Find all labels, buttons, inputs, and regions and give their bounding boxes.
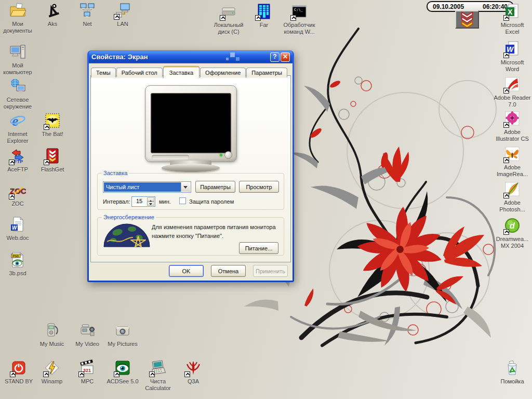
icon-label: Microsoft Word <box>494 59 531 73</box>
desktop-icon-q3a[interactable]: Q3A <box>175 360 212 385</box>
shortcut-arrow-icon <box>503 229 509 235</box>
desktop-icon-my-computer[interactable]: Мой компьютер <box>0 44 36 76</box>
tab-desktop[interactable]: Рабочий стол <box>116 68 163 77</box>
desktop-icon-far[interactable]: Far <box>245 3 283 29</box>
flashget-drop-zone[interactable] <box>455 10 479 29</box>
shortcut-arrow-icon <box>184 371 190 377</box>
desktop-icon-command-processor[interactable]: C:\_ Обработчик команд W... <box>278 3 320 35</box>
desktop-icon-flashget[interactable]: FlashGet <box>34 148 71 173</box>
desktop-icon-my-documents[interactable]: Мои документы <box>0 2 36 34</box>
shortcut-arrow-icon <box>44 159 49 165</box>
apply-button[interactable]: Применить <box>253 265 288 277</box>
monitor-preview <box>145 85 237 162</box>
desktop-icon-aks[interactable]: Aks <box>34 2 71 28</box>
desktop-icon-mpc[interactable]: 321 MPC <box>69 360 106 385</box>
spinner-up-icon[interactable] <box>147 197 154 202</box>
icon-label: My Music <box>33 341 71 348</box>
icon-label: Winamp <box>33 378 71 385</box>
screensaver-combobox[interactable]: Чистый лист <box>103 181 191 193</box>
desktop-icon-web-doc[interactable]: W Web.doc <box>0 216 36 242</box>
icon-label: Web.doc <box>0 235 36 242</box>
tab-strip: Темы Рабочий стол Заставка Оформление Па… <box>91 66 288 77</box>
shortcut-arrow-icon <box>220 15 225 21</box>
command-prompt-icon: C:\_ <box>290 3 308 21</box>
combobox-dropdown-icon[interactable] <box>181 182 190 192</box>
dialog-titlebar[interactable]: Свойства: Экран ? ✕ <box>89 50 292 63</box>
desktop-icon-zoc[interactable]: ZOC ZOC <box>0 182 36 207</box>
tab-themes[interactable]: Темы <box>91 68 116 77</box>
internet-explorer-icon: e <box>9 112 26 130</box>
desktop-icon-calculator[interactable]: Чиста Calculator <box>139 360 177 392</box>
spinner-down-icon[interactable] <box>147 202 154 206</box>
svg-text:FTP: FTP <box>14 159 23 164</box>
shortcut-arrow-icon <box>503 52 509 58</box>
quake3-icon <box>184 360 202 377</box>
desktop-icon-microsoft-word[interactable]: W Microsoft Word <box>494 41 531 73</box>
icon-label: Сетевое окружение <box>0 97 36 110</box>
screensaver-settings-button[interactable]: Параметры <box>195 181 235 193</box>
desktop-icon-winamp[interactable]: Winamp <box>33 360 71 385</box>
desktop-icon-aceftp[interactable]: FTP AceFTP <box>0 148 36 173</box>
desktop-icon-dreamweaver[interactable]: d Dreamwea... MX 2004 <box>494 217 531 249</box>
desktop-icon-recycle-bin[interactable]: Помойка <box>494 360 531 385</box>
calculator-icon <box>149 360 167 377</box>
monitor-stand-base <box>162 164 220 172</box>
word-icon: W <box>503 41 521 58</box>
tab-settings[interactable]: Параметры <box>246 68 287 77</box>
power-standby-icon <box>10 360 28 377</box>
icon-label: AceFTP <box>0 166 36 173</box>
desktop-icon-network-places[interactable]: Сетевое окружение <box>0 78 36 110</box>
word-document-icon: W <box>9 216 26 234</box>
svg-text:e: e <box>12 113 18 129</box>
shortcut-arrow-icon <box>10 371 16 377</box>
icon-label: The Bat! <box>34 131 71 138</box>
desktop-icon-internet-explorer[interactable]: e Internet Explorer <box>0 112 36 144</box>
energy-text-line1: Для изменения параметров питания монитор… <box>152 224 276 230</box>
desktop-icon-adobe-illustrator[interactable]: Adobe Illustrator CS <box>494 110 531 142</box>
password-protect-checkbox[interactable] <box>179 197 186 204</box>
ok-button[interactable]: OK <box>169 265 204 277</box>
shortcut-arrow-icon <box>9 194 15 200</box>
close-button[interactable]: ✕ <box>281 52 290 62</box>
interval-label: Интервал: <box>103 198 130 205</box>
cancel-button[interactable]: Отмена <box>211 265 246 277</box>
desktop-icon-adobe-reader[interactable]: Adobe Reader 7.0 <box>494 76 531 108</box>
desktop-icon-stand-by[interactable]: STAND BY <box>0 360 37 385</box>
desktop-icon-3b-psd[interactable]: PSD 3b.psd <box>0 251 36 277</box>
interval-spinner[interactable]: 15 <box>131 196 155 207</box>
desktop-icon-my-video[interactable]: My Video <box>69 322 106 348</box>
monitor-power-led <box>220 154 222 156</box>
help-button[interactable]: ? <box>270 52 280 62</box>
energy-text-line2: нажмите кнопку "Питание". <box>152 233 223 239</box>
camcorder-icon <box>78 322 96 340</box>
screensaver-preview-button[interactable]: Просмотр <box>239 181 279 193</box>
shortcut-arrow-icon <box>9 159 15 165</box>
desktop-icon-my-pictures[interactable]: My Pictures <box>104 322 141 348</box>
shortcut-arrow-icon <box>78 371 84 377</box>
desktop-icon-the-bat[interactable]: The Bat! <box>34 112 71 138</box>
screensaver-tab-panel: Заставка Чистый лист Параметры Просмотр … <box>90 75 291 262</box>
desktop-icon-microsoft-excel[interactable]: X Microsoft Excel <box>494 3 531 35</box>
desktop-icon-local-disk-c[interactable]: Локальный диск (C) <box>210 3 247 35</box>
flashget-arrows-icon <box>456 11 478 28</box>
aks-icon <box>44 2 61 20</box>
tab-screensaver[interactable]: Заставка <box>163 66 200 78</box>
icon-label: FlashGet <box>34 166 71 173</box>
psd-file-icon: PSD <box>9 251 26 269</box>
shortcut-arrow-icon <box>503 122 509 128</box>
desktop-icon-my-music[interactable]: My Music <box>33 322 71 348</box>
energy-group: Энергосбережение Для изменения параметро… <box>97 217 284 256</box>
icon-label: LAN <box>104 21 141 28</box>
the-bat-icon <box>44 112 61 130</box>
tab-appearance[interactable]: Оформление <box>200 68 246 77</box>
power-button[interactable]: Питание... <box>239 242 278 254</box>
desktop-icon-net[interactable]: Net <box>69 2 106 28</box>
desktop-icon-adobe-photoshop[interactable]: Adobe Photosh... <box>494 181 531 213</box>
desktop-icon-adobe-imageready[interactable]: Adobe ImageRea... <box>494 145 531 178</box>
photoshop-icon <box>503 181 521 198</box>
svg-text:C:\_: C:\_ <box>294 8 303 12</box>
desktop-icon-acdsee[interactable]: ACDSee 5.0 <box>104 360 141 385</box>
icon-label: Q3A <box>175 378 212 385</box>
shortcut-arrow-icon <box>290 15 296 21</box>
desktop-icon-lan[interactable]: LAN <box>104 2 141 28</box>
